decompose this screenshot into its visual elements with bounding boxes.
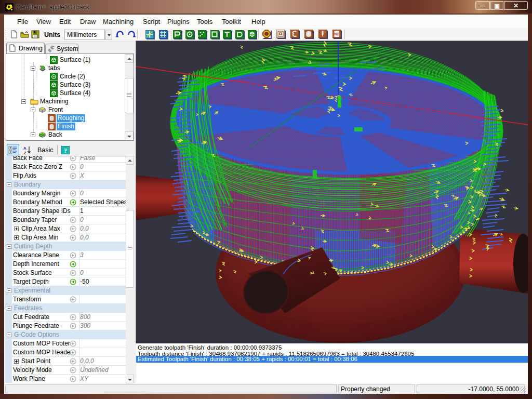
svg-text:NC: NC bbox=[335, 32, 340, 36]
svg-text:Z: Z bbox=[24, 151, 26, 155]
svg-text:?: ? bbox=[64, 147, 67, 154]
